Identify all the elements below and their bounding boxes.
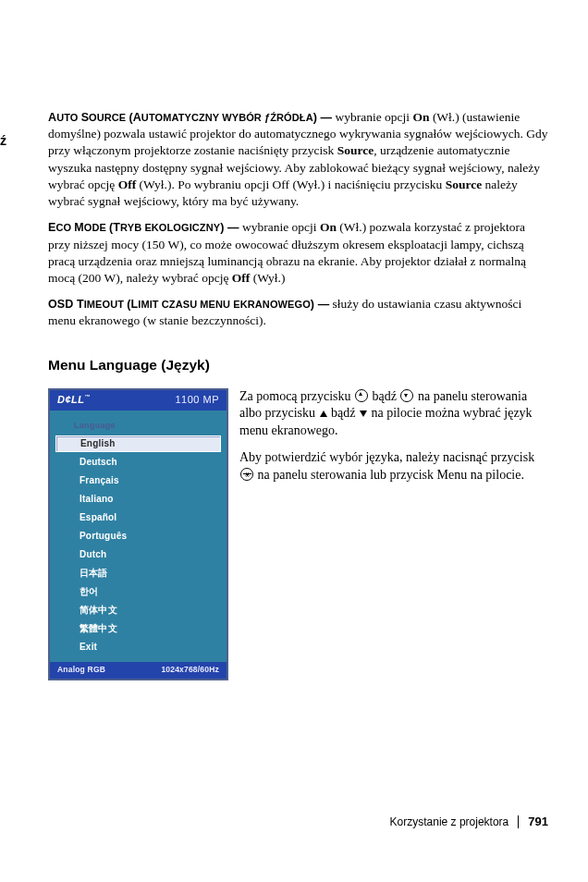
menu-item[interactable]: Español — [50, 508, 227, 527]
remote-down-icon — [360, 410, 367, 417]
menu-item[interactable]: Português — [50, 527, 227, 545]
menu-item[interactable]: Dutch — [50, 545, 227, 564]
page-number: 791 — [528, 814, 548, 830]
right-column: Za pomocą przycisku bądź na panelu stero… — [239, 388, 548, 494]
panel-menu-icon — [240, 468, 253, 481]
menu-item-exit[interactable]: Exit — [50, 638, 227, 656]
menu-section-label: Language — [50, 416, 227, 435]
menu-item[interactable]: 한어 — [50, 582, 227, 601]
status-signal: Analog RGB — [57, 665, 105, 675]
page-content: AUTO SOURCE (AUTOMATYCZNY WYBÓR ƒŹRÓDŁA)… — [0, 0, 588, 680]
osd-timeout-label: OSD TIMEOUT (LIMIT CZASU MENU EKRANOWEGO… — [48, 299, 329, 310]
paragraph-select-language: Za pomocą przycisku bądź na panelu stero… — [239, 388, 548, 441]
footer-separator — [518, 815, 519, 828]
cut-off-heading: ź — [0, 132, 6, 150]
panel-up-icon — [355, 389, 368, 402]
menu-body: Language English Deutsch Français Italia… — [50, 410, 227, 662]
paragraph-osd-timeout: OSD TIMEOUT (LIMIT CZASU MENU EKRANOWEGO… — [48, 296, 548, 329]
dell-logo: D¢LL™ — [57, 393, 91, 407]
panel-down-icon — [400, 389, 413, 402]
page-footer: Korzystanie z projektora 791 — [390, 814, 548, 830]
footer-section-title: Korzystanie z projektora — [390, 815, 509, 829]
remote-up-icon — [320, 410, 327, 417]
eco-mode-label: ECO MODE (TRYB EKOLOGICZNY) — — [48, 222, 239, 233]
menu-item[interactable]: 日本語 — [50, 564, 227, 582]
menu-item[interactable]: Français — [50, 472, 227, 490]
menu-item[interactable]: English — [55, 435, 221, 452]
status-resolution: 1024x768/60Hz — [161, 665, 219, 675]
paragraph-confirm-language: Aby potwierdzić wybór języka, należy nac… — [239, 449, 548, 484]
osd-language-menu: D¢LL™ 1100 MP Language English Deutsch F… — [48, 388, 228, 680]
menu-item[interactable]: Deutsch — [50, 453, 227, 472]
menu-item[interactable]: 简体中文 — [50, 601, 227, 619]
auto-source-label: AUTO SOURCE (AUTOMATYCZNY WYBÓR ƒŹRÓDŁA)… — [48, 112, 332, 123]
heading-menu-language: Menu Language (Język) — [48, 356, 548, 375]
menu-titlebar: D¢LL™ 1100 MP — [50, 390, 227, 410]
paragraph-auto-source: AUTO SOURCE (AUTOMATYCZNY WYBÓR ƒŹRÓDŁA)… — [48, 109, 548, 210]
model-number: 1100 MP — [91, 393, 219, 407]
paragraph-eco-mode: ECO MODE (TRYB EKOLOGICZNY) — wybranie o… — [48, 219, 548, 287]
menu-status-bar: Analog RGB 1024x768/60Hz — [50, 662, 227, 679]
menu-item[interactable]: 繁體中文 — [50, 619, 227, 638]
menu-item[interactable]: Italiano — [50, 490, 227, 508]
